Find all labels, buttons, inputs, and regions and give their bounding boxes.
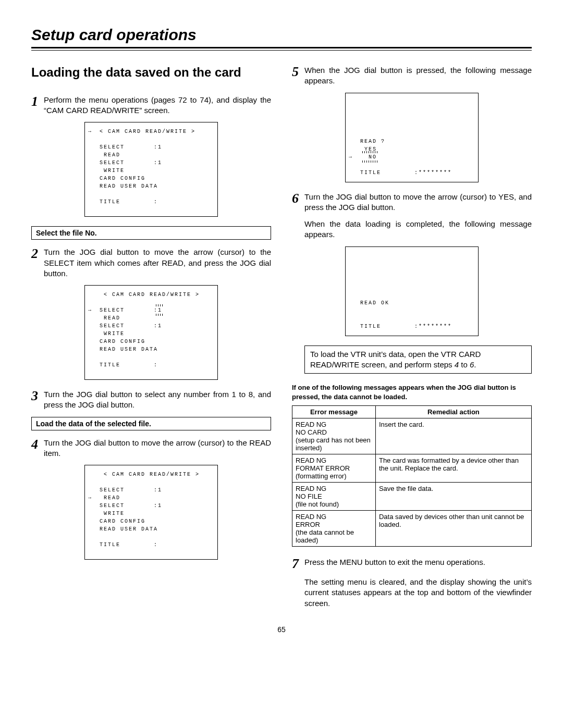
step-5-text: When the JOG dial button is pressed, the… <box>304 65 532 87</box>
step-6-text-a: Turn the JOG dial button to move the arr… <box>304 192 532 213</box>
table-row: READ NG FORMAT ERROR (formatting error) … <box>292 454 532 483</box>
screen-2: < CAM CARD READ/WRITE > → SELECT :1 READ… <box>84 285 218 380</box>
page-title: Setup card operations <box>31 26 532 44</box>
page-number: 65 <box>31 625 532 634</box>
table-row: READ NG ERROR (the data cannot be loaded… <box>292 511 532 547</box>
title-rule <box>31 47 532 51</box>
step-5-number: 5 <box>292 65 301 79</box>
step-4-number: 4 <box>31 438 41 451</box>
table-row: READ NG NO FILE (file not found) Save th… <box>292 483 532 511</box>
section-heading: Loading the data saved on the card <box>31 65 271 80</box>
sub-heading-select-file: Select the file No. <box>31 226 271 240</box>
step-7-text-a: Press the MENU button to exit the menu o… <box>304 557 532 567</box>
error-warning: If one of the following messages appears… <box>292 383 532 401</box>
right-column: 5 When the JOG dial button is pressed, t… <box>292 65 532 615</box>
step-1-number: 1 <box>31 95 41 108</box>
screen-6: READ OK TITLE :******** <box>345 246 479 336</box>
screen-5: READ ? YES → NO TITLE :******** <box>345 93 479 182</box>
screen-4: < CAM CARD READ/WRITE > SELECT :1 → READ… <box>84 465 218 560</box>
step-3-text: Turn the JOG dial button to select any n… <box>44 389 271 411</box>
step-6-number: 6 <box>292 192 301 205</box>
error-table-head-msg: Error message <box>292 406 376 418</box>
step-3-number: 3 <box>31 389 41 403</box>
vtr-note: To load the VTR unit’s data, open the VT… <box>304 346 532 374</box>
error-table-head-fix: Remedial action <box>375 406 531 418</box>
step-6-text-b: When the data loading is completed, the … <box>304 219 532 240</box>
step-7-number: 7 <box>292 557 301 571</box>
error-table: Error message Remedial action READ NG NO… <box>292 405 532 547</box>
screen-1: → < CAM CARD READ/WRITE > SELECT :1 READ… <box>84 122 218 217</box>
step-2-number: 2 <box>31 247 41 261</box>
left-column: Loading the data saved on the card 1 Per… <box>31 65 271 615</box>
step-4-text: Turn the JOG dial button to move the arr… <box>44 438 271 459</box>
step-2-text: Turn the JOG dial button to move the arr… <box>44 247 271 279</box>
step-7-text-b: The setting menu is cleared, and the dis… <box>304 577 532 609</box>
step-1-text: Perform the menu operations (pages 72 to… <box>44 95 271 116</box>
sub-heading-load-data: Load the data of the selected file. <box>31 417 271 430</box>
table-row: READ NG NO CARD (setup card has not been… <box>292 418 532 454</box>
